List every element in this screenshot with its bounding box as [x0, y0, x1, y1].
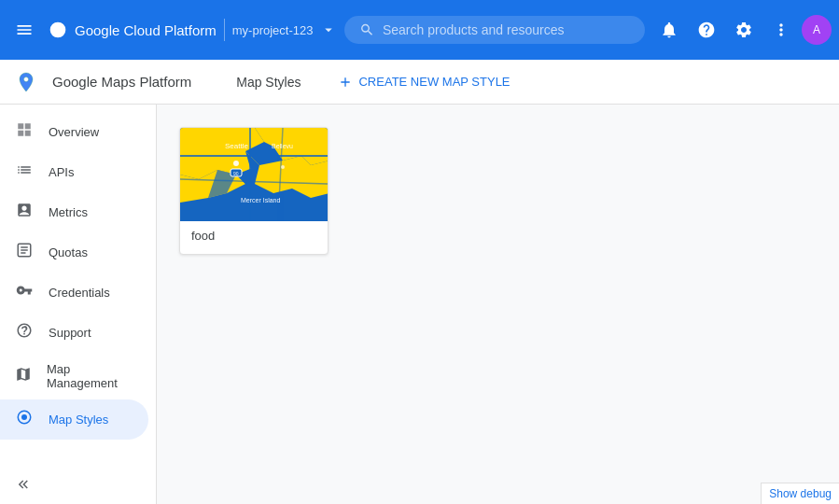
content-area: Seattle Bellevu 90 Mercer Island food	[157, 105, 839, 504]
maps-logo	[15, 71, 37, 93]
sidebar-item-metrics[interactable]: Metrics	[0, 192, 148, 232]
divider	[224, 19, 225, 41]
credentials-label: Credentials	[49, 286, 110, 300]
credentials-icon	[15, 282, 34, 303]
svg-text:Bellevu: Bellevu	[272, 143, 293, 149]
search-bar[interactable]	[344, 16, 645, 44]
map-styles-icon	[15, 409, 34, 430]
map-management-icon	[15, 366, 32, 387]
gcp-logo	[49, 21, 67, 39]
help-icon[interactable]	[690, 13, 723, 47]
svg-text:Mercer Island: Mercer Island	[241, 197, 281, 203]
search-input[interactable]	[383, 22, 630, 37]
sidebar-item-overview[interactable]: Overview	[0, 112, 148, 152]
support-icon	[15, 322, 34, 343]
overview-icon	[15, 121, 34, 143]
sidebar-item-credentials[interactable]: Credentials	[0, 273, 148, 313]
map-management-label: Map Management	[47, 362, 133, 390]
apis-label: APIs	[49, 165, 74, 179]
sidebar: Overview APIs Metrics Quotas Credentials	[0, 105, 157, 504]
apis-icon	[15, 161, 34, 183]
overview-label: Overview	[49, 125, 99, 139]
support-label: Support	[49, 326, 91, 340]
sidebar-collapse[interactable]	[0, 465, 156, 504]
map-styles-nav[interactable]: Map Styles	[229, 71, 308, 93]
avatar[interactable]: A	[802, 15, 832, 45]
sidebar-item-apis[interactable]: APIs	[0, 152, 148, 192]
metrics-label: Metrics	[49, 205, 88, 219]
svg-point-0	[50, 22, 66, 38]
create-btn-label: CREATE NEW MAP STYLE	[358, 75, 510, 89]
sidebar-item-quotas[interactable]: Quotas	[0, 232, 148, 273]
svg-text:Seattle: Seattle	[225, 142, 248, 150]
sidebar-item-map-management[interactable]: Map Management	[0, 353, 148, 399]
more-icon[interactable]	[764, 13, 798, 47]
top-bar: Google Cloud Platform my-project-123 A	[0, 0, 839, 60]
map-preview-svg: Seattle Bellevu 90 Mercer Island	[180, 128, 329, 221]
sidebar-item-support[interactable]: Support	[0, 313, 148, 353]
metrics-icon	[15, 202, 34, 223]
collapse-icon	[15, 476, 32, 493]
add-icon	[338, 75, 353, 90]
dropdown-icon[interactable]	[320, 21, 337, 38]
sub-header-title: Google Maps Platform	[52, 74, 191, 90]
quotas-label: Quotas	[49, 245, 88, 259]
notifications-icon[interactable]	[652, 13, 686, 47]
project-name[interactable]: my-project-123	[232, 23, 314, 37]
svg-point-18	[281, 165, 285, 169]
debug-bar[interactable]: Show debug	[761, 483, 839, 504]
svg-point-17	[233, 161, 239, 166]
svg-text:90: 90	[233, 171, 239, 176]
top-bar-title: Google Cloud Platform	[75, 22, 217, 38]
top-bar-actions: A	[652, 13, 832, 47]
map-thumbnail: Seattle Bellevu 90 Mercer Island	[180, 128, 329, 221]
main-layout: Overview APIs Metrics Quotas Credentials	[0, 105, 839, 504]
quotas-icon	[15, 242, 34, 263]
map-card-label: food	[180, 221, 328, 254]
map-styles-label: Map Styles	[49, 413, 108, 427]
menu-icon[interactable]	[7, 13, 41, 47]
settings-icon[interactable]	[727, 13, 761, 47]
create-new-map-style-button[interactable]: CREATE NEW MAP STYLE	[330, 69, 517, 95]
search-icon	[359, 21, 374, 38]
sidebar-item-map-styles[interactable]: Map Styles	[0, 399, 148, 440]
sub-header: Google Maps Platform Map Styles CREATE N…	[0, 60, 839, 105]
map-style-card[interactable]: Seattle Bellevu 90 Mercer Island food	[179, 127, 329, 255]
svg-point-3	[21, 414, 27, 420]
debug-label: Show debug	[769, 487, 832, 500]
